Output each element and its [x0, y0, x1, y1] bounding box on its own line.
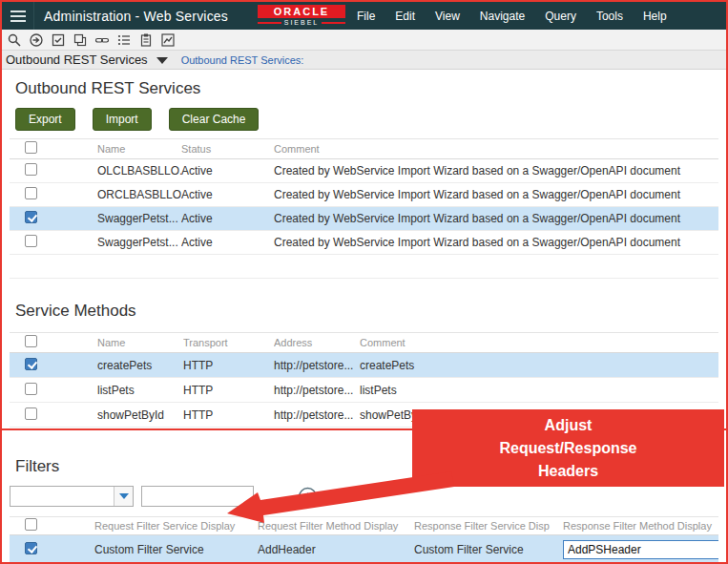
siebel-logo-text: SIEBEL: [284, 19, 320, 26]
row-checkbox[interactable]: [25, 211, 37, 223]
column-header-comment[interactable]: Comment: [360, 337, 718, 348]
response-filter-method-input[interactable]: [563, 540, 718, 559]
menu-help[interactable]: Help: [643, 10, 667, 23]
table-row[interactable]: SwaggerPetst... Active Created by WebSer…: [10, 231, 718, 255]
select-all-checkbox[interactable]: [25, 335, 37, 347]
column-header-name[interactable]: Name: [97, 143, 181, 155]
status-cell[interactable]: Active: [181, 236, 274, 249]
name-cell[interactable]: createPets: [97, 359, 183, 372]
menu-tools[interactable]: Tools: [596, 10, 623, 23]
outbound-section-title: Outbound REST Services: [15, 79, 726, 98]
methods-section-title: Service Methods: [15, 302, 726, 321]
name-cell[interactable]: SwaggerPetst...: [97, 212, 181, 225]
address-cell[interactable]: http://petstore...: [274, 408, 360, 422]
menu-view[interactable]: View: [435, 10, 460, 23]
main-content: Outbound REST Services Export Import Cle…: [2, 70, 726, 428]
status-cell[interactable]: Active: [181, 212, 274, 225]
comment-cell[interactable]: Created by WebService Import Wizard base…: [274, 188, 718, 201]
transport-cell[interactable]: HTTP: [183, 359, 274, 372]
row-checkbox[interactable]: [25, 383, 37, 395]
menu-navigate[interactable]: Navigate: [480, 10, 525, 23]
copy-icon[interactable]: [73, 32, 88, 48]
transport-cell[interactable]: HTTP: [183, 384, 274, 397]
row-checkbox[interactable]: [25, 542, 37, 554]
column-header-status[interactable]: Status: [181, 143, 274, 155]
table-row[interactable]: Custom Filter Service AddHeader Custom F…: [10, 535, 718, 562]
comment-cell[interactable]: listPets: [360, 384, 718, 397]
name-cell[interactable]: showPetById: [97, 408, 183, 422]
visibility-dropdown[interactable]: Outbound REST Services: [6, 52, 168, 67]
column-header-address[interactable]: Address: [274, 337, 360, 348]
oracle-siebel-logo: ORACLE SIEBEL: [258, 5, 345, 26]
row-checkbox[interactable]: [25, 235, 37, 247]
filter-field-dropdown[interactable]: [10, 486, 134, 507]
go-button[interactable]: [298, 487, 318, 507]
table-row[interactable]: SwaggerPetst... Active Created by WebSer…: [10, 207, 718, 231]
search-icon[interactable]: [7, 32, 22, 48]
column-header-comment[interactable]: Comment: [274, 143, 718, 155]
name-cell[interactable]: ORCLBASBLLO...: [97, 188, 181, 201]
execute-query-icon[interactable]: [29, 32, 44, 48]
menu-query[interactable]: Query: [545, 10, 576, 23]
clear-cache-button[interactable]: Clear Cache: [169, 108, 260, 131]
table-header-row: Request Filter Service Display Request F…: [10, 517, 718, 535]
export-button[interactable]: Export: [15, 108, 75, 131]
transport-cell[interactable]: HTTP: [183, 408, 274, 422]
titlebar: Administration - Web Services ORACLE SIE…: [2, 2, 726, 30]
link-icon[interactable]: [94, 32, 110, 48]
name-cell[interactable]: OLCLBASBLLO...: [97, 164, 181, 178]
comment-cell[interactable]: Created by WebService Import Wizard base…: [274, 212, 718, 225]
row-checkbox[interactable]: [25, 358, 37, 370]
row-checkbox[interactable]: [25, 407, 37, 420]
list-icon[interactable]: [116, 32, 132, 48]
request-filter-service-cell[interactable]: Custom Filter Service: [94, 543, 258, 556]
dropdown-button[interactable]: [114, 487, 133, 506]
empty-row: [10, 255, 718, 279]
table-row[interactable]: listPets HTTP http://petstore... listPet…: [10, 378, 718, 403]
column-header-request-filter-method[interactable]: Request Filter Method Display: [258, 520, 414, 532]
address-cell[interactable]: http://petstore...: [274, 359, 360, 372]
table-row[interactable]: ORCLBASBLLO... Active Created by WebServ…: [10, 183, 718, 207]
table-row[interactable]: OLCLBASBLLO... Active Created by WebServ…: [10, 159, 718, 183]
address-cell[interactable]: http://petstore...: [274, 384, 360, 397]
clipboard-icon[interactable]: [138, 32, 154, 48]
status-cell[interactable]: Active: [181, 188, 274, 201]
tasks-icon[interactable]: [51, 32, 66, 48]
breadcrumb-view-link[interactable]: Outbound REST Services:: [181, 54, 304, 66]
filters-table: Request Filter Service Display Request F…: [10, 516, 718, 562]
column-header-response-filter-method[interactable]: Response Filter Method Display: [563, 520, 718, 532]
outbound-rest-services-table: Name Status Comment OLCLBASBLLO... Activ…: [10, 138, 718, 279]
filter-value-input[interactable]: [141, 486, 254, 507]
select-all-checkbox[interactable]: [25, 141, 37, 154]
column-header-transport[interactable]: Transport: [183, 337, 274, 348]
menu-edit[interactable]: Edit: [395, 10, 415, 23]
select-all-checkbox[interactable]: [25, 518, 37, 531]
row-checkbox[interactable]: [25, 187, 37, 199]
column-header-name[interactable]: Name: [97, 337, 183, 348]
response-filter-service-cell[interactable]: Custom Filter Service: [414, 543, 563, 556]
comment-cell[interactable]: createPets: [360, 359, 718, 372]
import-button[interactable]: Import: [93, 108, 152, 131]
callout-line: Headers: [412, 460, 724, 483]
row-checkbox[interactable]: [25, 163, 37, 176]
visibility-label: Outbound REST Services: [6, 52, 148, 67]
outbound-button-row: Export Import Clear Cache: [15, 108, 726, 131]
request-filter-method-cell[interactable]: AddHeader: [258, 543, 414, 556]
menu-file[interactable]: File: [357, 10, 375, 23]
chevron-down-icon: [156, 57, 168, 64]
chart-icon[interactable]: [160, 32, 176, 48]
table-header-row: Name Transport Address Comment: [10, 333, 718, 353]
comment-cell[interactable]: Created by WebService Import Wizard base…: [274, 236, 718, 249]
column-header-response-filter-service[interactable]: Response Filter Service Disp: [414, 520, 563, 532]
toolbar: [2, 30, 726, 51]
breadcrumb-bar: Outbound REST Services Outbound REST Ser…: [2, 51, 726, 70]
callout-line: Adjust: [412, 414, 724, 437]
column-header-request-filter-service[interactable]: Request Filter Service Display: [94, 520, 258, 532]
comment-cell[interactable]: Created by WebService Import Wizard base…: [274, 164, 718, 178]
hamburger-menu-icon[interactable]: [2, 2, 34, 30]
status-cell[interactable]: Active: [181, 164, 274, 178]
name-cell[interactable]: SwaggerPetst...: [97, 236, 181, 249]
name-cell[interactable]: listPets: [97, 384, 183, 397]
siebel-application-window: Administration - Web Services ORACLE SIE…: [0, 0, 728, 564]
table-row[interactable]: createPets HTTP http://petstore... creat…: [10, 353, 718, 378]
